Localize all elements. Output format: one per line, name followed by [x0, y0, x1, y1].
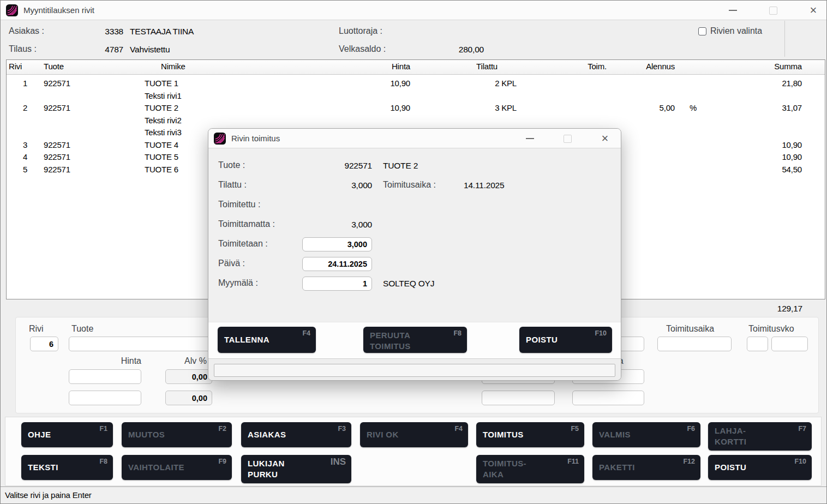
main-window: Myyntitilauksen rivit × Asiakas : 3338 T…	[0, 0, 827, 504]
dialog-maximize-icon[interactable]	[561, 132, 574, 145]
dlg-tuote-label: Tuote :	[218, 160, 245, 170]
form-field-2[interactable]	[482, 391, 555, 405]
dlg-toimitusaika-label: Toimitusaika :	[383, 180, 436, 190]
status-text: Valitse rivi ja paina Enter	[5, 490, 92, 500]
dlg-toimitusaika-value: 14.11.2025	[464, 181, 504, 190]
dlg-toimittamatta-value: 3,000	[301, 220, 372, 230]
dlg-paiva-input[interactable]	[302, 257, 372, 271]
minimize-icon[interactable]	[726, 4, 739, 17]
table-header-row: Rivi Tuote Nimike Hinta Tilattu Toim. Al…	[7, 60, 825, 75]
order-status: Vahvistettu	[130, 45, 170, 55]
order-total: 129,17	[711, 304, 802, 314]
header-divider	[784, 21, 785, 57]
dlg-tilattu-label: Tilattu :	[218, 180, 247, 190]
customer-name: TESTAAJA TIINA	[130, 27, 194, 37]
asiakas-button[interactable]: ASIAKASF3	[241, 422, 351, 447]
dlg-toimitetaan-label: Toimitetaan :	[218, 239, 268, 249]
form-alv-input-1[interactable]	[165, 369, 212, 384]
form-rivi-input[interactable]	[30, 337, 58, 351]
dlg-tuote-code: 922571	[301, 161, 372, 171]
form-alv-label: Alv %	[165, 356, 207, 366]
form-toimitusaika-label: Toimitusaika	[666, 324, 714, 334]
row-selection-checkbox[interactable]	[698, 27, 706, 35]
dlg-tilattu-value: 3,000	[301, 181, 372, 190]
poistu-button[interactable]: POISTUF10	[708, 455, 812, 480]
debt-balance-label: Velkasaldo :	[339, 44, 386, 54]
lahjakortti-button[interactable]: LAHJA- KORTTIF7	[708, 422, 812, 451]
form-alv-input-2[interactable]	[165, 391, 212, 405]
dialog-minimize-icon[interactable]	[523, 132, 536, 145]
debt-balance-value: 280,00	[443, 45, 484, 55]
form-rivi-label: Rivi	[29, 324, 44, 334]
dialog-status-field	[214, 364, 615, 377]
tallenna-button[interactable]: TALLENNAF4	[218, 327, 316, 353]
column-header-toim: Toim.	[529, 60, 608, 73]
dialog-poistu-button[interactable]: POISTUF10	[519, 327, 612, 353]
rivi-ok-button[interactable]: RIVI OKF4	[360, 422, 468, 447]
lukijan-purku-button[interactable]: LUKIJAN PURKUINS	[241, 455, 351, 483]
form-toimitusvko-label: Toimitusvko	[748, 324, 794, 334]
form-toimitusvko-input-1[interactable]	[747, 337, 768, 351]
app-logo-icon	[6, 4, 18, 16]
column-header-alennus: Alennus	[608, 60, 679, 73]
form-tuote-label: Tuote	[71, 324, 93, 334]
form-hinta-label: Hinta	[69, 356, 141, 366]
row-delivery-dialog: Rivin toimitus × Tuote : 922571 TUOTE 2 …	[208, 128, 621, 381]
column-header-tilattu: Tilattu	[423, 60, 529, 73]
dialog-status-strip	[208, 358, 621, 380]
dialog-close-icon[interactable]: ×	[598, 132, 612, 145]
dlg-tuote-name: TUOTE 2	[383, 161, 418, 171]
dlg-myymala-name: SOLTEQ OYJ	[383, 279, 434, 289]
column-header-summa: Summa	[712, 60, 825, 73]
toimitus-button[interactable]: TOIMITUSF5	[476, 422, 584, 447]
form-hinta-input-1[interactable]	[69, 369, 141, 384]
customer-label: Asiakas :	[9, 26, 44, 36]
row-selection-label: Rivien valinta	[710, 26, 762, 36]
toimitusaika-button[interactable]: TOIMITUS- AIKAF11	[476, 455, 584, 483]
close-icon[interactable]: ×	[807, 4, 820, 17]
form-hinta-input-2[interactable]	[69, 391, 141, 405]
valmis-button[interactable]: VALMISF6	[592, 422, 700, 447]
dlg-myymala-label: Myymälä :	[218, 278, 258, 288]
dlg-toimitetaan-input[interactable]	[302, 237, 372, 251]
credit-limit-label: Luottoraja :	[339, 26, 382, 36]
dialog-logo-icon	[214, 133, 226, 145]
form-toimitusaika-input[interactable]	[657, 337, 732, 351]
muutos-button[interactable]: MUUTOSF2	[122, 422, 232, 447]
dlg-paiva-label: Päivä :	[218, 259, 245, 268]
form-summa-input-2[interactable]	[572, 391, 644, 405]
table-row[interactable]: 1 922571 TUOTE 1Teksti rivi1 10,90 2 KPL…	[7, 77, 825, 102]
column-header-nimike: Nimike	[145, 60, 374, 73]
teksti-button[interactable]: TEKSTIF8	[21, 455, 113, 480]
dialog-title: Rivin toimitus	[231, 134, 280, 143]
order-label: Tilaus :	[9, 44, 37, 54]
column-header-hinta: Hinta	[374, 60, 423, 73]
title-bar: Myyntitilauksen rivit ×	[1, 1, 826, 20]
dlg-toimittamatta-label: Toimittamatta :	[218, 219, 275, 229]
dialog-title-bar: Rivin toimitus ×	[208, 129, 621, 148]
dlg-toimitettu-label: Toimitettu :	[218, 200, 260, 209]
peruuta-toimitus-button[interactable]: PERUUTA TOIMITUSF8	[363, 327, 467, 353]
status-bar: Valitse rivi ja paina Enter	[1, 487, 826, 503]
column-header-tuote: Tuote	[44, 60, 145, 73]
dlg-myymala-input[interactable]	[302, 277, 372, 291]
maximize-icon[interactable]	[766, 4, 780, 17]
customer-code: 3338	[82, 27, 123, 37]
order-code: 4787	[82, 45, 123, 55]
window-title: Myyntitilauksen rivit	[23, 5, 94, 15]
vaihtolaite-button[interactable]: VAIHTOLAITEF9	[122, 455, 232, 480]
form-toimitusvko-input-2[interactable]	[771, 337, 808, 351]
ohje-button[interactable]: OHJEF1	[21, 422, 113, 447]
column-header-rivi: Rivi	[7, 60, 44, 73]
paketti-button[interactable]: PAKETTIF12	[592, 455, 700, 480]
